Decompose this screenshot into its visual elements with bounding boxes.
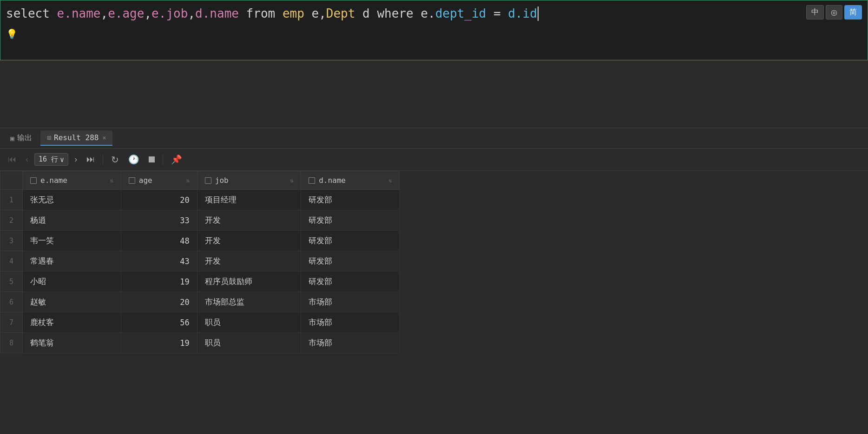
ename-cell: 张无忌 bbox=[23, 190, 121, 210]
row-number-cell: 5 bbox=[0, 272, 23, 292]
refresh-button[interactable]: ↻ bbox=[108, 152, 122, 167]
stop-button[interactable] bbox=[145, 155, 158, 164]
dname-cell: 市场部 bbox=[301, 333, 400, 353]
sql-col-job: e.job bbox=[151, 4, 188, 24]
ename-col-icon bbox=[30, 177, 37, 184]
table-row[interactable]: 8 鹤笔翁 19 职员 市场部 bbox=[0, 333, 400, 353]
job-cell: 开发 bbox=[197, 231, 301, 251]
tab-result[interactable]: ⊞ Result 288 ✕ bbox=[40, 130, 112, 146]
hint-icon: 💡 bbox=[6, 26, 862, 41]
next-page-button[interactable]: › bbox=[71, 153, 80, 166]
col-header-ename[interactable]: e.name ⇅ bbox=[23, 171, 121, 190]
first-page-button[interactable]: ⏮ bbox=[5, 153, 20, 166]
sql-col-age: e.age bbox=[108, 4, 144, 24]
job-cell: 开发 bbox=[197, 251, 301, 272]
table-row[interactable]: 7 鹿杖客 56 职员 市场部 bbox=[0, 312, 400, 333]
dname-cell: 研发部 bbox=[301, 251, 400, 272]
job-cell: 程序员鼓励师 bbox=[197, 272, 301, 292]
lang-btn-simple[interactable]: 简 bbox=[844, 5, 862, 19]
row-number-cell: 3 bbox=[0, 231, 23, 251]
row-number-cell: 4 bbox=[0, 251, 23, 272]
dname-cell: 市场部 bbox=[301, 292, 400, 312]
sql-col-dept-id: dept_id bbox=[435, 4, 487, 24]
table-row[interactable]: 2 杨逍 33 开发 研发部 bbox=[0, 210, 400, 231]
age-cell: 56 bbox=[121, 312, 197, 333]
job-sort-icon[interactable]: ⇅ bbox=[290, 177, 293, 184]
last-page-button[interactable]: ⏭ bbox=[83, 153, 98, 166]
ename-cell: 鹿杖客 bbox=[23, 312, 121, 333]
col-header-age[interactable]: age ⇅ bbox=[121, 171, 197, 190]
col-header-dname[interactable]: d.name ⇅ bbox=[301, 171, 400, 190]
job-col-icon bbox=[205, 177, 211, 184]
row-number-cell: 8 bbox=[0, 333, 23, 353]
col-header-job[interactable]: job ⇅ bbox=[197, 171, 301, 190]
age-cell: 43 bbox=[121, 251, 197, 272]
job-cell: 项目经理 bbox=[197, 190, 301, 210]
dname-cell: 研发部 bbox=[301, 210, 400, 231]
row-number-cell: 7 bbox=[0, 312, 23, 333]
job-cell: 职员 bbox=[197, 333, 301, 353]
tab-output-label: 输出 bbox=[17, 133, 32, 143]
dname-cell: 研发部 bbox=[301, 190, 400, 210]
table-row[interactable]: 1 张无忌 20 项目经理 研发部 bbox=[0, 190, 400, 210]
tab-result-label: Result 288 bbox=[54, 133, 99, 142]
table-row[interactable]: 4 常遇春 43 开发 研发部 bbox=[0, 251, 400, 272]
sql-table-emp: emp bbox=[283, 4, 304, 24]
table-body: 1 张无忌 20 项目经理 研发部 2 杨逍 33 开发 研发部 3 韦一笑 4… bbox=[0, 190, 400, 353]
table-header-row: e.name ⇅ age ⇅ job bbox=[0, 171, 400, 190]
rows-per-page-selector[interactable]: 16 行 ∨ bbox=[34, 153, 68, 166]
dname-col-label: d.name bbox=[319, 176, 346, 185]
age-cell: 20 bbox=[121, 190, 197, 210]
tab-output[interactable]: ▣ 输出 bbox=[4, 130, 39, 146]
toolbar-divider-1 bbox=[103, 155, 103, 165]
age-cell: 20 bbox=[121, 292, 197, 312]
row-number-cell: 6 bbox=[0, 292, 23, 312]
editor-gutter bbox=[0, 60, 868, 128]
tab-bar: ▣ 输出 ⊞ Result 288 ✕ bbox=[0, 128, 868, 149]
rows-dropdown-arrow: ∨ bbox=[60, 155, 64, 164]
age-cell: 19 bbox=[121, 272, 197, 292]
output-tab-icon: ▣ bbox=[10, 134, 14, 143]
table-row[interactable]: 6 赵敏 20 市场部总监 市场部 bbox=[0, 292, 400, 312]
job-cell: 市场部总监 bbox=[197, 292, 301, 312]
result-toolbar: ⏮ ‹ 16 行 ∨ › ⏭ ↻ 🕐 📌 bbox=[0, 149, 868, 171]
age-cell: 19 bbox=[121, 333, 197, 353]
rows-label: 16 行 bbox=[39, 155, 58, 164]
table-row[interactable]: 5 小昭 19 程序员鼓励师 研发部 bbox=[0, 272, 400, 292]
dname-sort-icon[interactable]: ⇅ bbox=[388, 177, 392, 184]
sql-table-dept: Dept bbox=[326, 4, 355, 24]
prev-page-button[interactable]: ‹ bbox=[22, 153, 32, 166]
dname-cell: 研发部 bbox=[301, 272, 400, 292]
lang-btn-zh[interactable]: 中 bbox=[806, 5, 824, 19]
age-cell: 33 bbox=[121, 210, 197, 231]
row-number-cell: 1 bbox=[0, 190, 23, 210]
job-cell: 职员 bbox=[197, 312, 301, 333]
ename-cell: 常遇春 bbox=[23, 251, 121, 272]
lang-btn-circle[interactable]: ◎ bbox=[826, 5, 842, 19]
ename-sort-icon[interactable]: ⇅ bbox=[110, 177, 113, 184]
sql-code-line: select e.name , e.age , e.job , d.name f… bbox=[6, 4, 862, 24]
ename-cell: 小昭 bbox=[23, 272, 121, 292]
ename-cell: 赵敏 bbox=[23, 292, 121, 312]
result-table-container: e.name ⇅ age ⇅ job bbox=[0, 171, 868, 353]
age-cell: 48 bbox=[121, 231, 197, 251]
dname-cell: 市场部 bbox=[301, 312, 400, 333]
history-button[interactable]: 🕐 bbox=[125, 152, 143, 167]
sql-col-did: d.id bbox=[508, 4, 537, 24]
sql-editor[interactable]: select e.name , e.age , e.job , d.name f… bbox=[0, 0, 868, 60]
table-row[interactable]: 3 韦一笑 48 开发 研发部 bbox=[0, 231, 400, 251]
job-cell: 开发 bbox=[197, 210, 301, 231]
row-number-cell: 2 bbox=[0, 210, 23, 231]
ename-cell: 鹤笔翁 bbox=[23, 333, 121, 353]
tab-close-icon[interactable]: ✕ bbox=[102, 134, 106, 141]
ename-cell: 杨逍 bbox=[23, 210, 121, 231]
age-sort-icon[interactable]: ⇅ bbox=[186, 177, 190, 184]
sql-keyword-select: select bbox=[6, 4, 57, 24]
ename-col-label: e.name bbox=[40, 176, 67, 185]
lang-button-group: 中 ◎ 简 bbox=[806, 5, 862, 19]
age-col-label: age bbox=[139, 176, 152, 185]
cursor bbox=[538, 6, 539, 21]
pin-button[interactable]: 📌 bbox=[168, 152, 185, 167]
toolbar-divider-2 bbox=[163, 155, 163, 165]
row-number-header bbox=[0, 171, 23, 190]
